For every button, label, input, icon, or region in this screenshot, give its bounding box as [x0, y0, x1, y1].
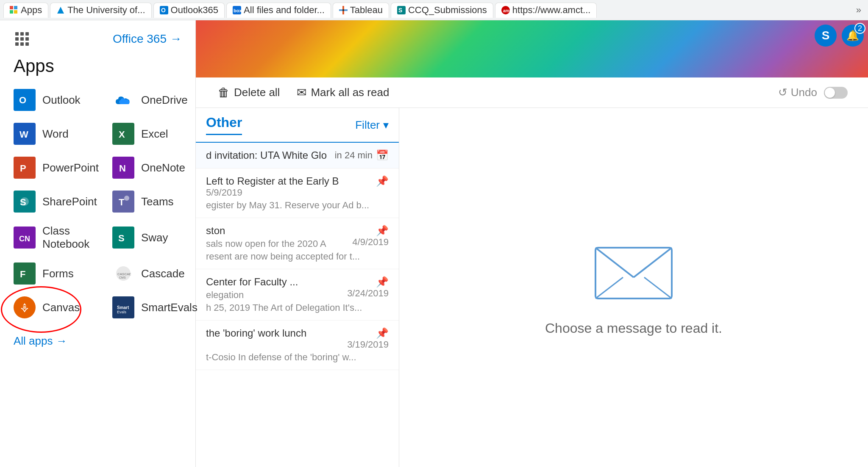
canvas-app-icon — [14, 296, 36, 318]
tab-university[interactable]: The University of... — [50, 3, 151, 18]
choose-message-text: Choose a message to read it. — [545, 321, 722, 336]
undo-icon: ↺ — [778, 86, 787, 99]
app-item-smartevals[interactable]: SmartEvals SmartEvals — [106, 290, 204, 324]
tab-allfiles[interactable]: box All files and folder... — [226, 3, 331, 18]
toolbar: 🗑 Delete all ✉ Mark all as read ↺ Undo — [196, 77, 868, 108]
svg-point-42 — [23, 306, 26, 309]
mail-item[interactable]: ston 📌 sals now open for the 2020 A 4/9/… — [196, 218, 399, 269]
mail-preview-2: t-Cosio In defense of the 'boring' w... — [206, 352, 389, 363]
svg-text:X: X — [119, 129, 125, 140]
svg-rect-0 — [10, 6, 13, 9]
app-name-powerpoint: PowerPoint — [42, 161, 99, 174]
tab-allfiles-label: All files and folder... — [244, 5, 325, 16]
box-icon: box — [233, 6, 241, 14]
app-item-excel[interactable]: X Excel — [106, 117, 204, 151]
grid-icon — [10, 6, 18, 14]
mail-subject: Center for Faculty ... — [206, 276, 376, 288]
office365-link[interactable]: Office 365 → — [113, 32, 182, 46]
app-name-classnotebook: Class Notebook — [42, 224, 99, 251]
mail-date: 3/24/2019 — [347, 288, 389, 301]
mail-preview-2: resent are now being accepted for t... — [206, 251, 389, 262]
filter-button[interactable]: Filter ▾ — [355, 119, 389, 132]
app-item-onenote[interactable]: N OneNote — [106, 151, 204, 185]
tab-ccq-label: CCQ_Submissions — [408, 5, 487, 16]
app-item-onedrive[interactable]: OneDrive — [106, 83, 204, 117]
panels-row: Other Filter ▾ d invitation: UTA White G… — [196, 108, 868, 467]
powerpoint-app-icon: P — [14, 157, 36, 179]
app-name-onedrive: OneDrive — [141, 94, 188, 107]
pin-icon: 📌 — [376, 327, 389, 339]
read-pane: Choose a message to read it. — [399, 108, 868, 467]
mail-subject: Left to Register at the Early B — [206, 175, 376, 187]
waffle-icon[interactable] — [14, 30, 31, 47]
mark-all-read-button[interactable]: ✉ Mark all as read — [288, 82, 398, 103]
svg-rect-1 — [14, 6, 17, 9]
app-item-canvas[interactable]: Canvas — [7, 290, 106, 324]
svg-point-31 — [124, 196, 129, 201]
app-name-outlook: Outlook — [42, 94, 81, 107]
outlook-app-icon: O — [14, 89, 36, 111]
mail-item[interactable]: Center for Faculty ... 📌 elegation 3/24/… — [196, 269, 399, 321]
svg-text:CN: CN — [19, 235, 30, 243]
skype-icon[interactable]: S — [815, 25, 837, 47]
mail-subject: d invitation: UTA White Glo — [206, 149, 335, 161]
tab-apps[interactable]: Apps — [3, 3, 48, 18]
more-tabs-button[interactable]: » — [853, 3, 865, 17]
svg-line-49 — [595, 277, 623, 298]
app-item-cascade[interactable]: CASCADECMS Cascade — [106, 257, 204, 290]
calendar-icon: 📅 — [376, 149, 389, 161]
app-item-sway[interactable]: S Sway — [106, 218, 204, 257]
mail-subject: the 'boring' work lunch — [206, 327, 376, 339]
app-item-classnotebook[interactable]: CN Class Notebook — [7, 218, 106, 257]
tab-ccq[interactable]: S CCQ_Submissions — [391, 3, 493, 18]
svg-text:Smart: Smart — [117, 305, 129, 310]
pin-icon: 📌 — [376, 175, 389, 187]
svg-text:box: box — [234, 8, 241, 13]
mail-item[interactable]: the 'boring' work lunch 📌 3/19/2019 t-Co… — [196, 321, 399, 370]
app-item-word[interactable]: W Word — [7, 117, 106, 151]
tab-outlook365-label: Outlook365 — [171, 5, 219, 16]
tab-apps-label: Apps — [21, 5, 42, 16]
apps-panel: Office 365 → Apps O Outlook OneDrive — [0, 20, 196, 467]
pin-icon: 📌 — [376, 276, 389, 288]
app-item-forms[interactable]: F Forms — [7, 257, 106, 290]
sharepoint-icon: S — [397, 6, 406, 14]
delete-all-button[interactable]: 🗑 Delete all — [209, 82, 288, 103]
mail-item[interactable]: Left to Register at the Early B 📌 5/9/20… — [196, 169, 399, 218]
svg-text:O: O — [161, 7, 166, 14]
envelope-icon: ✉ — [297, 86, 306, 99]
excel-app-icon: X — [112, 123, 134, 145]
all-apps-arrow: → — [56, 334, 67, 348]
mail-item[interactable]: d invitation: UTA White Glo in 24 min 📅 — [196, 143, 399, 169]
azure-icon — [56, 6, 65, 14]
svg-rect-11 — [342, 9, 344, 11]
tab-tableau[interactable]: Tableau — [333, 3, 389, 18]
svg-rect-2 — [10, 10, 13, 14]
mail-subject: ston — [206, 225, 376, 237]
app-item-powerpoint[interactable]: P PowerPoint — [7, 151, 106, 185]
svg-line-50 — [644, 277, 672, 298]
trash-icon: 🗑 — [218, 86, 230, 99]
app-item-sharepoint[interactable]: S SharePoint — [7, 185, 106, 218]
toggle-switch[interactable] — [824, 87, 848, 99]
onedrive-app-icon — [112, 89, 134, 111]
undo-button[interactable]: ↺ Undo — [778, 86, 817, 99]
forms-app-icon: F — [14, 263, 36, 285]
all-apps-link[interactable]: All apps → — [0, 328, 195, 354]
app-item-outlook[interactable]: O Outlook — [7, 83, 106, 117]
mail-preview: elegation — [206, 290, 244, 301]
mail-preview: sals now open for the 2020 A — [206, 238, 326, 249]
content-area: S 🔔 2 🗑 Delete all ✉ Mark all as read ↺ — [196, 20, 868, 467]
app-name-onenote: OneNote — [141, 161, 185, 174]
svg-text:amc: amc — [503, 8, 510, 13]
office365-arrow: → — [170, 32, 182, 46]
tab-outlook365[interactable]: O Outlook365 — [153, 3, 225, 18]
tab-amct[interactable]: amc https://www.amct... — [495, 3, 597, 18]
svg-text:O: O — [19, 95, 26, 105]
filter-label: Filter — [355, 119, 380, 132]
smartevals-app-icon: SmartEvals — [112, 296, 134, 318]
notifications-icon[interactable]: 🔔 2 — [842, 25, 864, 47]
app-item-teams[interactable]: T Teams — [106, 185, 204, 218]
tab-other[interactable]: Other — [206, 115, 242, 135]
teams-app-icon: T — [112, 191, 134, 213]
